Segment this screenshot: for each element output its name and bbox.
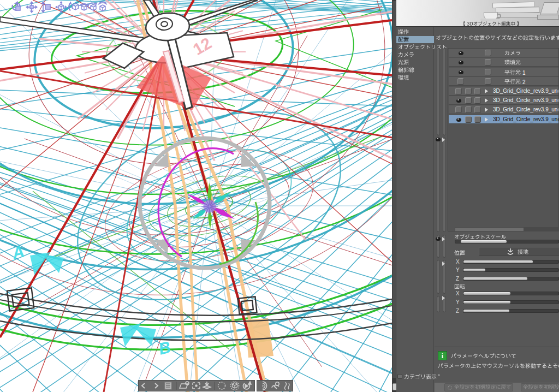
- svg-text:B: B: [157, 338, 173, 358]
- svg-text:A: A: [10, 242, 26, 263]
